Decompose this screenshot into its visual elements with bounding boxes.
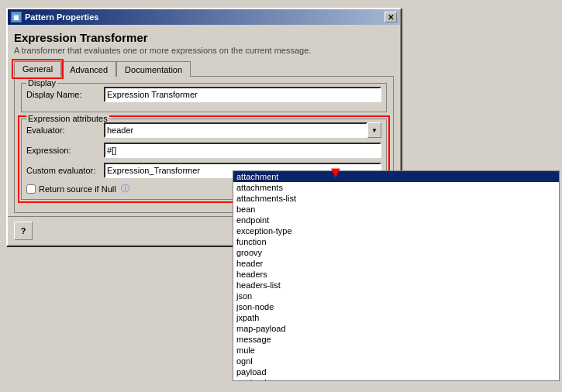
dropdown-item[interactable]: exception-type — [233, 225, 559, 236]
dropdown-item[interactable]: header — [233, 258, 559, 269]
dropdown-items-container[interactable]: attachmentattachmentsattachments-listbea… — [233, 171, 559, 380]
return-null-label: Return source if Null — [39, 184, 116, 194]
dropdown-item[interactable]: headers-list — [233, 280, 559, 291]
display-group-title: Display — [26, 78, 57, 88]
evaluator-row: Evaluator: ▼ — [26, 122, 381, 138]
dropdown-item[interactable]: bean — [233, 204, 559, 215]
dropdown-item[interactable]: message — [233, 334, 559, 345]
display-name-label: Display Name: — [26, 90, 104, 99]
display-name-row: Display Name: — [26, 87, 381, 102]
dropdown-item[interactable]: attachments-list — [233, 193, 559, 204]
dropdown-item[interactable]: endpoint — [233, 215, 559, 225]
custom-evaluator-label: Custom evaluator: — [26, 166, 104, 175]
expression-row: Expression: — [26, 143, 381, 158]
dropdown-item[interactable]: attachment — [233, 171, 559, 182]
evaluator-dropdown-container: ▼ — [104, 122, 381, 138]
title-bar-left: ▦ Pattern Properties — [11, 12, 98, 22]
dropdown-item[interactable]: json-node — [233, 301, 559, 312]
expression-attributes-title: Expression attributes — [26, 114, 109, 123]
evaluator-input[interactable] — [104, 122, 367, 138]
info-icon: ⓘ — [121, 183, 129, 194]
dropdown-item[interactable]: groovy — [233, 247, 559, 258]
return-null-checkbox[interactable] — [26, 184, 36, 194]
dialog-title: Pattern Properties — [25, 12, 98, 22]
expression-label: Expression: — [26, 146, 104, 155]
evaluator-dropdown-btn[interactable]: ▼ — [367, 122, 381, 138]
dropdown-item[interactable]: payload-type — [233, 377, 559, 380]
evaluator-label: Evaluator: — [26, 126, 104, 135]
tabs-container: General Advanced Documentation — [14, 61, 394, 77]
tab-general[interactable]: General — [14, 61, 61, 77]
help-button[interactable]: ? — [14, 222, 33, 240]
display-name-input[interactable] — [104, 87, 381, 102]
dialog-subtitle: A transformer that evaluates one or more… — [14, 46, 394, 55]
dropdown-item[interactable]: function — [233, 236, 559, 247]
dropdown-item[interactable]: payload — [233, 366, 559, 377]
title-bar: ▦ Pattern Properties ✕ — [8, 9, 400, 25]
expression-input[interactable] — [104, 143, 381, 158]
close-button[interactable]: ✕ — [384, 12, 397, 22]
tab-documentation[interactable]: Documentation — [116, 61, 191, 77]
dialog-heading: Expression Transformer — [14, 31, 394, 44]
dropdown-item[interactable]: ognl — [233, 356, 559, 366]
tab-advanced[interactable]: Advanced — [61, 61, 116, 77]
dropdown-item[interactable]: map-payload — [233, 323, 559, 334]
dropdown-item[interactable]: headers — [233, 269, 559, 280]
dropdown-item[interactable]: json — [233, 291, 559, 301]
red-arrow-indicator: ▼ — [328, 164, 343, 180]
evaluator-dropdown-list: attachmentattachmentsattachments-listbea… — [233, 170, 560, 381]
dialog-icon: ▦ — [11, 12, 22, 22]
dropdown-item[interactable]: mule — [233, 345, 559, 356]
dropdown-item[interactable]: jxpath — [233, 312, 559, 323]
dropdown-item[interactable]: attachments — [233, 182, 559, 193]
display-group: Display Display Name: — [21, 83, 387, 112]
